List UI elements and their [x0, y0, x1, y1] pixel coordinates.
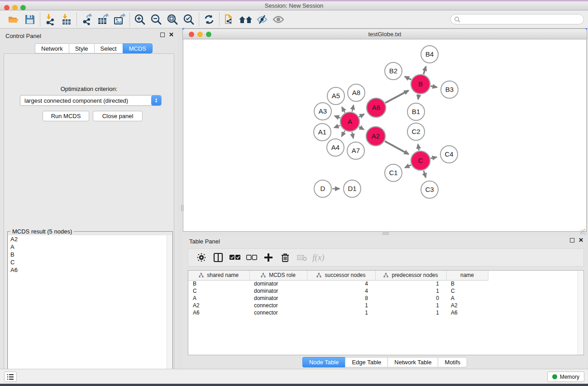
- graph-node-A4[interactable]: A4: [327, 139, 344, 156]
- network-minimize-traffic-light[interactable]: [197, 32, 203, 37]
- tab-edge-table[interactable]: Edge Table: [345, 357, 387, 367]
- graph-node-C1[interactable]: C1: [385, 164, 402, 181]
- tab-select[interactable]: Select: [94, 43, 123, 53]
- cell[interactable]: C: [188, 287, 249, 295]
- edge-B-B2[interactable]: [405, 76, 411, 80]
- column-header-shared-name[interactable]: shared name: [188, 271, 249, 280]
- refresh-button[interactable]: [201, 12, 217, 27]
- deselect-all-rows-button[interactable]: [243, 250, 260, 265]
- node-table-header[interactable]: shared nameMCDS rolesuccessor nodesprede…: [188, 271, 488, 280]
- cell[interactable]: 1: [375, 309, 446, 316]
- graph-node-C2[interactable]: C2: [407, 123, 425, 140]
- graph-node-A8[interactable]: A8: [348, 84, 365, 101]
- zoom-selected-button[interactable]: [181, 12, 197, 27]
- delete-column-button[interactable]: [277, 250, 293, 265]
- table-row[interactable]: A6connector11A6: [188, 309, 488, 316]
- search-field[interactable]: [450, 14, 584, 24]
- cell[interactable]: 4: [307, 280, 375, 287]
- column-header-name[interactable]: name: [446, 271, 488, 280]
- import-table-button[interactable]: [58, 12, 75, 27]
- edge-A-A6[interactable]: [359, 114, 364, 117]
- graph-node-B2[interactable]: B2: [385, 62, 402, 80]
- network-close-traffic-light[interactable]: [189, 32, 194, 37]
- export-image-button[interactable]: [111, 12, 128, 27]
- edge-C-C2[interactable]: [418, 144, 419, 151]
- minimize-traffic-light[interactable]: [12, 5, 18, 10]
- graph-node-B4[interactable]: B4: [421, 46, 438, 63]
- delete-table-button[interactable]: [293, 250, 310, 265]
- edge-C-C4[interactable]: [430, 157, 436, 158]
- node-table-body[interactable]: Bdominator41BCdominator41CAdominator80AA…: [188, 280, 488, 316]
- zoom-in-button[interactable]: [132, 12, 148, 27]
- cell[interactable]: connector: [249, 302, 307, 309]
- edge-B-B1[interactable]: [418, 95, 419, 100]
- edge-A-A3[interactable]: [335, 116, 340, 118]
- edge-A-A5[interactable]: [342, 107, 345, 113]
- cell[interactable]: A6: [446, 309, 488, 316]
- float-panel-icon[interactable]: [160, 33, 165, 37]
- cell[interactable]: A: [446, 295, 488, 302]
- open-session-button[interactable]: [5, 12, 22, 27]
- column-header-predecessor-nodes[interactable]: predecessor nodes: [375, 271, 446, 280]
- new-network-file-button[interactable]: [221, 12, 238, 27]
- table-row[interactable]: Cdominator41C: [188, 287, 488, 295]
- cell[interactable]: 0: [375, 295, 446, 302]
- graph-node-A[interactable]: A: [340, 112, 359, 131]
- export-table-button[interactable]: [95, 12, 111, 27]
- network-canvas[interactable]: AA1A2A3A4A5A6A7A8BB1B2B3B4CC1C2C3C4DD1: [183, 39, 587, 232]
- node-table[interactable]: shared nameMCDS rolesuccessor nodesprede…: [188, 270, 584, 355]
- network-zoom-traffic-light[interactable]: [206, 32, 211, 37]
- search-input[interactable]: [460, 16, 574, 23]
- cell[interactable]: 1: [375, 287, 446, 295]
- edge-C-C3[interactable]: [424, 171, 426, 177]
- tab-motifs[interactable]: Motifs: [438, 357, 467, 367]
- resize-grip[interactable]: [580, 229, 586, 235]
- cell[interactable]: A6: [188, 309, 249, 316]
- result-item[interactable]: B: [8, 251, 167, 258]
- cell[interactable]: dominator: [249, 295, 307, 302]
- show-columns-button[interactable]: [210, 250, 226, 265]
- edge-A-A4[interactable]: [342, 131, 345, 137]
- run-mcds-button[interactable]: Run MCDS: [43, 111, 89, 121]
- edge-A6-B[interactable]: [385, 91, 408, 103]
- zoom-fit-button[interactable]: [164, 12, 181, 27]
- show-details-button[interactable]: [270, 12, 287, 27]
- graph-node-D1[interactable]: D1: [344, 180, 361, 197]
- table-settings-button[interactable]: [193, 250, 210, 265]
- graph-node-A2[interactable]: A2: [366, 127, 385, 146]
- function-builder-button[interactable]: f(x): [310, 250, 327, 265]
- create-column-button[interactable]: [260, 250, 277, 265]
- cell[interactable]: 4: [307, 287, 375, 295]
- select-all-rows-button[interactable]: [226, 250, 243, 265]
- tab-mcds[interactable]: MCDS: [123, 43, 153, 53]
- cell[interactable]: dominator: [249, 287, 307, 295]
- edge-A-A1[interactable]: [334, 125, 340, 128]
- edge-A2-C[interactable]: [385, 141, 408, 154]
- close-panel-button[interactable]: Close panel: [93, 111, 143, 121]
- graph-node-C3[interactable]: C3: [421, 181, 438, 198]
- tab-style[interactable]: Style: [69, 43, 94, 53]
- table-row[interactable]: Bdominator41B: [188, 280, 488, 287]
- cell[interactable]: B: [446, 280, 488, 287]
- graph-node-B[interactable]: B: [411, 75, 430, 94]
- edge-C-C1[interactable]: [405, 165, 411, 167]
- home-button[interactable]: [238, 12, 254, 27]
- vertical-scroll-thumb[interactable]: [181, 205, 184, 211]
- float-panel-icon[interactable]: [570, 238, 574, 243]
- criterion-select[interactable]: largest connected component (directed) ▲…: [20, 95, 162, 106]
- save-session-button[interactable]: [22, 12, 38, 27]
- cell[interactable]: B: [188, 280, 249, 287]
- graph-node-B3[interactable]: B3: [441, 81, 458, 98]
- network-window-titlebar[interactable]: testGlobe.txt: [182, 29, 587, 39]
- horizontal-scroll-thumb[interactable]: [382, 232, 389, 235]
- column-header-MCDS-role[interactable]: MCDS role: [249, 271, 307, 280]
- graph-node-A3[interactable]: A3: [314, 103, 331, 120]
- edge-B-B4[interactable]: [424, 67, 426, 74]
- tab-node-table[interactable]: Node Table: [302, 357, 345, 367]
- graph-node-D[interactable]: D: [314, 180, 331, 197]
- cell[interactable]: 1: [307, 309, 375, 316]
- cell[interactable]: A: [188, 295, 249, 302]
- import-network-button[interactable]: [42, 12, 58, 27]
- graph-node-A7[interactable]: A7: [347, 142, 364, 159]
- cell[interactable]: 1: [375, 280, 446, 287]
